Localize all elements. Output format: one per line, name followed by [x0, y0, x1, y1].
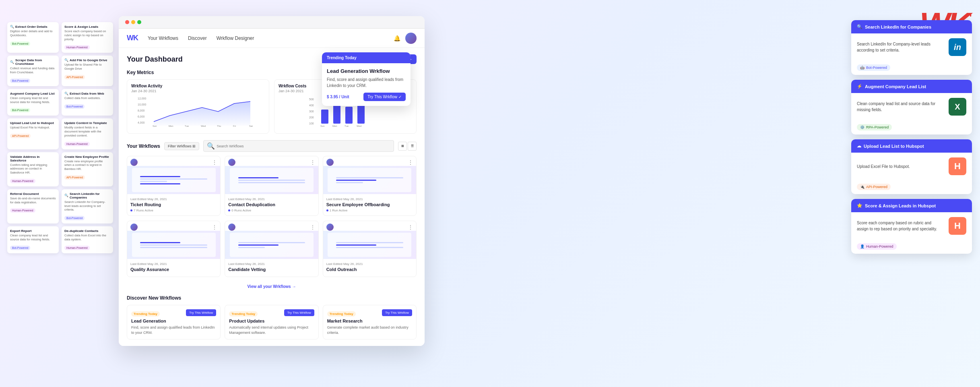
- small-card-desc-12: Create new employee profile when a contr…: [64, 159, 110, 171]
- preview-line: [238, 247, 265, 248]
- maximize-window-button[interactable]: [137, 20, 141, 24]
- preview-line: [140, 178, 207, 180]
- workflow-more-button-1[interactable]: ⋮: [212, 159, 217, 165]
- runs-label-1: 7 Runs Active: [134, 209, 153, 212]
- minimize-window-button[interactable]: [131, 20, 135, 24]
- small-card-desc-14: Search LinkedIn for Company-level leads …: [64, 200, 110, 212]
- workflow-user-avatar-4: [130, 224, 138, 231]
- discover-card-lead-gen[interactable]: Trending Today Try This Wrkflow Lead Gen…: [127, 305, 221, 339]
- try-wrkflow-button-3[interactable]: Try This Wrkflow: [382, 309, 412, 316]
- small-power-badge-2: Human-Powered: [64, 45, 90, 50]
- search-wrkflows-box[interactable]: 🔍: [203, 140, 394, 152]
- workflow-more-button-2[interactable]: ⋮: [310, 159, 315, 165]
- float-card-desc-2: Clean company lead list and source data …: [857, 101, 944, 113]
- workflow-card-cold-outreach[interactable]: ⋮ Last Edited May 26, 2021 Cold Outreach: [323, 221, 417, 277]
- small-card-create-employee[interactable]: Create New Employee Profile Create new e…: [62, 152, 113, 186]
- workflow-card-ticket-routing[interactable]: ⋮ Last Edited May 26, 2021 Ticket Ro: [127, 156, 221, 216]
- nav-your-wrkflows[interactable]: Your Wrkflows: [148, 35, 178, 41]
- workflow-name-4: Quality Assurance: [130, 267, 217, 272]
- workflow-more-button-6[interactable]: ⋮: [408, 224, 413, 230]
- small-card-validate-address[interactable]: Validate Address in Salesforce Confirm b…: [7, 152, 59, 186]
- close-window-button[interactable]: [125, 20, 129, 24]
- discover-card-product-updates[interactable]: Trending Today Try This Wrkflow Product …: [225, 305, 318, 339]
- small-card-title-1: 🔍 Extract Order Details: [10, 25, 56, 29]
- preview-line: [140, 242, 180, 243]
- small-card-augment-list[interactable]: Augment Company Lead List Clean company …: [7, 89, 59, 116]
- workflow-more-button-4[interactable]: ⋮: [212, 224, 217, 230]
- workflow-card-employee-offboarding[interactable]: ⋮ Last Edited May 26, 2021 Secure Employ…: [323, 156, 417, 216]
- power-badge-2: ⚙️ RPA-Powered: [857, 124, 892, 130]
- grid-view-button[interactable]: ⊞: [398, 142, 407, 151]
- workflow-card-candidate-vetting[interactable]: ⋮ Last Edited May 26, 2021 Candidate Vet…: [225, 221, 318, 277]
- small-card-extract-order[interactable]: 🔍 Extract Order Details Digitize order d…: [7, 22, 59, 53]
- small-card-extract-data[interactable]: 🔍 Extract Data from Web Collect data fro…: [62, 89, 113, 116]
- small-card-google-drive[interactable]: 🔍 Add File to Google Drive Upload file t…: [62, 56, 113, 86]
- small-card-export-report[interactable]: Export Report Clean company lead list an…: [7, 226, 59, 253]
- nav-discover[interactable]: Discover: [188, 35, 207, 41]
- small-card-desc-4: Upload file to Shared File to Google Dri…: [64, 63, 110, 71]
- small-power-badge-1: Bot-Powered: [10, 41, 30, 46]
- float-card-body-2: Clean company lead list and source data …: [851, 93, 972, 120]
- float-card-title-2: Augment Company Lead List: [865, 84, 926, 89]
- small-card-label-4: Add File to Google Drive: [70, 58, 107, 62]
- try-this-wrkflow-button[interactable]: Try This Wrkflow ✓: [363, 93, 406, 101]
- svg-text:500: 500: [309, 98, 314, 101]
- trending-popup-header: Trending Today: [322, 52, 411, 63]
- workflow-more-button-5[interactable]: ⋮: [310, 224, 315, 230]
- workflows-grid-row1: ⋮ Last Edited May 26, 2021 Ticket Ro: [127, 156, 417, 216]
- workflow-card-contact-dedup[interactable]: ⋮ Last Edited May 26, 2021 Contact Dedup…: [225, 156, 318, 216]
- svg-text:400: 400: [309, 104, 314, 107]
- filter-wrkflows-button[interactable]: Filter Wrkflows ⊞: [164, 142, 199, 150]
- nav-wrkflow-designer[interactable]: Wrkflow Designer: [217, 35, 254, 41]
- float-card-upload-hubspot[interactable]: ☁ Upload Lead List to Hubspot Upload Exc…: [851, 139, 972, 194]
- view-all-wrkflows-link[interactable]: View all your Wrkflows →: [127, 282, 417, 291]
- svg-text:4,000: 4,000: [138, 121, 145, 124]
- svg-text:100: 100: [309, 122, 314, 125]
- try-wrkflow-button-2[interactable]: Try This Wrkflow: [284, 309, 314, 316]
- notification-icon[interactable]: 🔔: [394, 35, 400, 41]
- small-card-desc-13: Save do-and-do-name documents for data r…: [10, 197, 56, 205]
- small-card-referral[interactable]: Referral Document Save do-and-do-name do…: [7, 189, 59, 224]
- search-wrkflows-input[interactable]: [217, 144, 390, 148]
- workflow-lines-5: [238, 241, 305, 249]
- preview-line: [336, 177, 403, 178]
- score-icon: ⭐: [857, 203, 862, 208]
- small-card-dedup-contacts[interactable]: De-duplicate Contacts Collect data from …: [62, 226, 113, 253]
- small-card-upload-hubspot[interactable]: Upload Lead List to Hubspot Upload Excel…: [7, 118, 59, 149]
- small-power-badge-7: API-Powered: [10, 134, 31, 138]
- wrkflows-header: Your Wrkflows Filter Wrkflows ⊞ 🔍 ⊞ ☰: [127, 140, 417, 152]
- discover-card-market-research[interactable]: Trending Today Try This Wrkflow Market R…: [323, 305, 417, 339]
- card-header-5: ⋮: [225, 221, 318, 231]
- small-card-scrape-crunchbase[interactable]: 🔍 Scrape Data from Crunchbase Collect re…: [7, 56, 59, 86]
- float-card-logo-2: X: [949, 98, 966, 116]
- trending-badge-1: Trending Today: [131, 311, 160, 317]
- workflow-more-button-3[interactable]: ⋮: [408, 159, 413, 165]
- workflow-user-avatar-6: [326, 224, 334, 231]
- svg-text:Sun: Sun: [320, 125, 325, 127]
- small-card-update-content[interactable]: Update Content in Template Modify conten…: [62, 118, 113, 149]
- float-card-score-assign[interactable]: ⭐ Score & Assign Leads in Hubspot Score …: [851, 199, 972, 254]
- workflow-card-body-1: Last Edited May 26, 2021 Ticket Routing …: [127, 194, 220, 215]
- float-card-header-4: ⭐ Score & Assign Leads in Hubspot: [851, 199, 972, 212]
- workflow-preview-inner-1: [132, 168, 216, 192]
- preview-line: [140, 181, 167, 182]
- float-card-search-linkedin[interactable]: 🔍 Search LinkedIn for Companies Search L…: [851, 20, 972, 75]
- small-card-desc-8: Modify content fields in a document temp…: [64, 126, 110, 137]
- list-view-button[interactable]: ☰: [408, 142, 417, 151]
- float-card-augment-lead[interactable]: ⚡ Augment Company Lead List Clean compan…: [851, 80, 972, 135]
- preview-line: [238, 244, 279, 246]
- user-avatar[interactable]: [405, 33, 417, 44]
- workflow-card-quality-assurance[interactable]: ⋮ Last Edited May 26, 2021 Quality Assur…: [127, 221, 221, 277]
- small-power-badge-16: Human-Powered: [64, 246, 90, 250]
- trending-badge-2: Trending Today: [229, 311, 258, 317]
- price-tag: $ 3.95 / Unit: [327, 95, 349, 99]
- preview-line: [140, 247, 207, 248]
- small-card-desc-2: Score each company based on rubric assig…: [64, 29, 110, 41]
- try-wrkflow-button-1[interactable]: Try This Wrkflow: [186, 309, 216, 316]
- svg-text:6,000: 6,000: [138, 115, 145, 118]
- workflow-name-6: Cold Outreach: [326, 267, 413, 272]
- float-card-footer-2: ⚙️ RPA-Powered: [851, 120, 972, 135]
- search-small-icon-5: 🔍: [64, 194, 68, 197]
- small-card-score-assign[interactable]: Score & Assign Leads Score each company …: [62, 22, 113, 53]
- small-card-search-linkedin-left[interactable]: 🔍 Search LinkedIn for Companies Search L…: [62, 189, 113, 224]
